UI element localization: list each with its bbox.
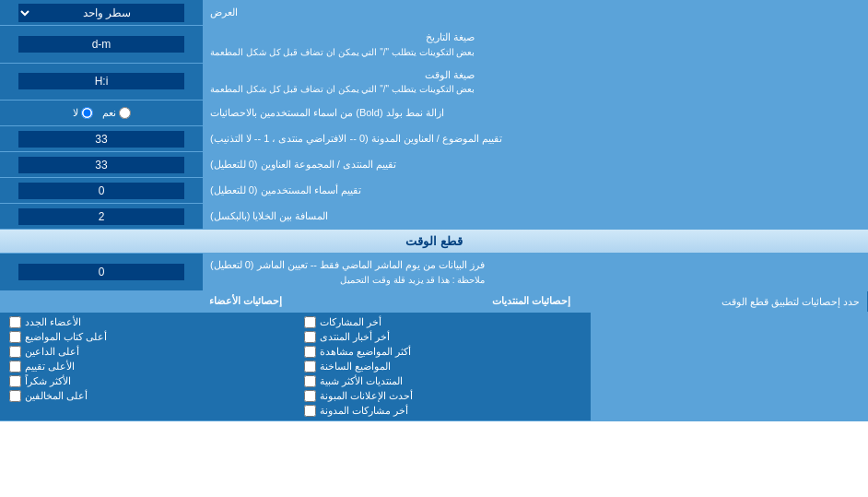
cb-forum-news[interactable] bbox=[304, 331, 316, 343]
forum-group-input-cell: 33 bbox=[0, 152, 203, 177]
display-label: العرض bbox=[203, 0, 868, 25]
col2-title: إحصائيات الأعضاء bbox=[0, 291, 289, 312]
display-select[interactable]: سطر واحد سطرين ثلاثة أسطر bbox=[18, 4, 184, 22]
cb-top-rated[interactable] bbox=[9, 361, 21, 373]
cb-item-most-viewed: أكثر المواضيع مشاهدة bbox=[304, 346, 581, 358]
cb-top-violators[interactable] bbox=[9, 390, 21, 402]
cutoff-days-label: فرز البيانات من يوم الماشر الماضي فقط --… bbox=[203, 254, 868, 290]
cb-announcements[interactable] bbox=[304, 390, 316, 402]
cb-top-inviters[interactable] bbox=[9, 346, 21, 358]
bold-yes-radio[interactable] bbox=[119, 107, 131, 119]
forum-subject-label: تقييم الموضوع / العناوين المدونة (0 -- ا… bbox=[203, 126, 868, 151]
date-format-input[interactable]: d-m bbox=[18, 36, 184, 53]
cb-top-writers[interactable] bbox=[9, 331, 21, 343]
cb-item-blog-shares: أخر مشاركات المدونة bbox=[304, 405, 581, 417]
cb-group-members: الأعضاء الجدد أعلى كتاب المواضيع أعلى ال… bbox=[0, 313, 295, 420]
cb-item-top-inviters: أعلى الداعين bbox=[9, 346, 286, 358]
bold-label: ازالة نمط بولد (Bold) من اسماء المستخدمي… bbox=[203, 101, 868, 125]
cb-most-similar[interactable] bbox=[304, 375, 316, 387]
bold-yes-label: نعم bbox=[102, 107, 131, 119]
forum-subject-input[interactable]: 33 bbox=[18, 131, 184, 148]
cb-most-viewed[interactable] bbox=[304, 346, 316, 358]
cutoff-days-input[interactable]: 0 bbox=[18, 264, 184, 280]
cb-item-top-violators: أعلى المخالفين bbox=[9, 390, 286, 402]
cutoff-days-input-cell: 0 bbox=[0, 254, 203, 290]
cb-hot-topics[interactable] bbox=[304, 361, 316, 373]
cb-shares[interactable] bbox=[304, 316, 316, 328]
empty-left bbox=[592, 313, 868, 420]
usernames-input[interactable]: 0 bbox=[18, 183, 184, 199]
checkboxes-content: أخر المشاركات أخر أخبار المنتدى أكثر الم… bbox=[0, 313, 868, 420]
cb-item-hot-topics: المواضيع الساخنة bbox=[304, 361, 581, 373]
bold-no-label: لا bbox=[73, 107, 93, 119]
cb-most-thanked[interactable] bbox=[9, 375, 21, 387]
display-select-cell: سطر واحد سطرين ثلاثة أسطر bbox=[0, 0, 203, 25]
date-format-input-cell: d-m bbox=[0, 26, 203, 63]
cb-item-new-members: الأعضاء الجدد bbox=[9, 316, 286, 328]
cb-item-forum-news: أخر أخبار المنتدى bbox=[304, 331, 581, 343]
cb-item-shares: أخر المشاركات bbox=[304, 316, 581, 328]
cb-item-most-similar: المنتديات الأكثر شبية bbox=[304, 375, 581, 387]
forum-group-input[interactable]: 33 bbox=[18, 157, 184, 173]
col1-title: إحصائيات المنتديات bbox=[289, 291, 579, 312]
date-format-label: صيغة التاريخ بعض التكوينات يتطلب "/" الت… bbox=[203, 26, 868, 63]
forum-group-label: تقييم المنتدى / المجموعة العناوين (0 للت… bbox=[203, 152, 868, 177]
cb-blog-shares[interactable] bbox=[304, 405, 316, 417]
cb-item-top-rated: الأعلى تقييم bbox=[9, 361, 286, 373]
cutoff-section-header: قطع الوقت bbox=[0, 230, 868, 254]
checkboxes-title-row: حدد إحصائيات لتطبيق قطع الوقت إحصائيات ا… bbox=[0, 291, 868, 313]
usernames-input-cell: 0 bbox=[0, 178, 203, 203]
cell-spacing-input[interactable]: 2 bbox=[18, 208, 184, 225]
cell-spacing-label: المسافة بين الخلايا (بالبكسل) bbox=[203, 204, 868, 229]
cell-spacing-input-cell: 2 bbox=[0, 204, 203, 229]
cb-new-members[interactable] bbox=[9, 316, 21, 328]
cb-item-top-writers: أعلى كتاب المواضيع bbox=[9, 331, 286, 343]
cutoff-stats-label-cell: حدد إحصائيات لتطبيق قطع الوقت bbox=[578, 291, 868, 312]
usernames-label: تقييم أسماء المستخدمين (0 للتعطيل) bbox=[203, 178, 868, 203]
time-format-input-cell: H:i bbox=[0, 64, 203, 101]
cb-item-announcements: أحدث الإعلانات المبونة bbox=[304, 390, 581, 402]
checkboxes-section: حدد إحصائيات لتطبيق قطع الوقت إحصائيات ا… bbox=[0, 291, 868, 421]
cb-item-most-thanked: الأكثر شكراً bbox=[9, 375, 286, 387]
cb-group-forums: أخر المشاركات أخر أخبار المنتدى أكثر الم… bbox=[295, 313, 591, 420]
time-format-label: صيغة الوقت بعض التكوينات يتطلب "/" التي … bbox=[203, 64, 868, 101]
bold-no-radio[interactable] bbox=[81, 107, 93, 119]
bold-radio-cell: نعم لا bbox=[0, 101, 203, 125]
forum-subject-input-cell: 33 bbox=[0, 126, 203, 151]
time-format-input[interactable]: H:i bbox=[18, 73, 184, 89]
